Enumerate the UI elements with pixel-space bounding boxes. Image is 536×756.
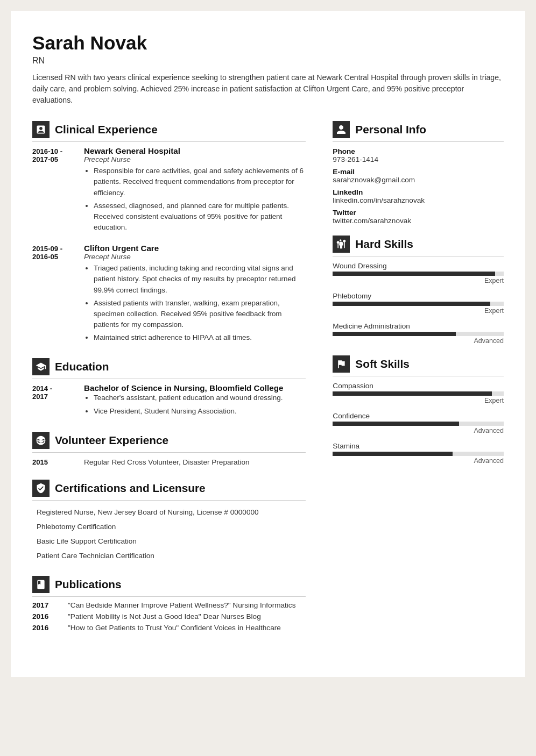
employer-2: Clifton Urgent Care (84, 244, 306, 253)
hard-skill-3-name: Medicine Administration (333, 322, 504, 330)
certifications-title: Certifications and Licensure (55, 482, 206, 495)
email-value: sarahznovak@gmail.com (333, 176, 504, 184)
pub-date-1: 2017 (32, 601, 59, 609)
phone-label: Phone (333, 147, 504, 155)
pub-entry-3: 2016 "How to Get Patients to Trust You" … (32, 624, 306, 632)
volunteer-entry-1-content: Regular Red Cross Volunteer, Disaster Pr… (84, 457, 306, 467)
pub-entry-2: 2016 "Patient Mobility is Not Just a Goo… (32, 612, 306, 621)
clinical-experience-section: Clinical Experience 2016-10 -2017-05 New… (32, 121, 306, 345)
cert-item-1: Registered Nurse, New Jersey Board of Nu… (37, 505, 306, 519)
hard-skills-section: Hard Skills Wound Dressing Expert Phlebo… (333, 236, 504, 345)
candidate-summary: Licensed RN with two years clinical expe… (32, 72, 504, 106)
education-entry-1-content: Bachelor of Science in Nursing, Bloomfie… (84, 383, 306, 418)
employer-1: Newark General Hospital (84, 146, 306, 155)
hard-skill-3-bar (333, 332, 504, 336)
hard-skills-header: Hard Skills (333, 236, 504, 256)
bullet: Maintained strict adherence to HIPAA at … (94, 332, 306, 343)
bullet: Responsible for care activities, goal an… (94, 166, 306, 198)
volunteer-entry-1: 2015 Regular Red Cross Volunteer, Disast… (32, 457, 306, 467)
hard-skill-2-name: Phlebotomy (333, 292, 504, 300)
soft-skills-section: Soft Skills Compassion Expert Confidence… (333, 355, 504, 465)
soft-skills-title: Soft Skills (355, 358, 410, 370)
pub-date-3: 2016 (32, 624, 59, 632)
soft-skill-2-level: Advanced (333, 427, 504, 434)
volunteer-entry-1-date: 2015 (32, 457, 75, 467)
volunteer-title: Volunteer Experience (55, 434, 168, 447)
bullet: Assisted patients with transfer, walking… (94, 298, 306, 330)
soft-skill-1-level: Expert (333, 397, 504, 404)
hard-skill-2-level: Expert (333, 307, 504, 315)
bullet: Triaged patients, including taking and r… (94, 263, 306, 295)
bullet: Teacher's assistant, patient education a… (94, 393, 306, 403)
education-entry-1-date: 2014 -2017 (32, 383, 75, 418)
publications-icon (32, 576, 50, 593)
pub-entry-1: 2017 "Can Bedside Manner Improve Patient… (32, 601, 306, 609)
personal-info-title: Personal Info (355, 123, 426, 136)
hard-skills-icon (333, 236, 350, 253)
hard-skill-2: Phlebotomy Expert (333, 292, 504, 315)
volunteer-icon (32, 432, 50, 449)
soft-skills-header: Soft Skills (333, 355, 504, 376)
clinical-experience-header: Clinical Experience (32, 121, 306, 142)
job-bullets-1: Responsible for care activities, goal an… (84, 166, 306, 233)
education-entry-1: 2014 -2017 Bachelor of Science in Nursin… (32, 383, 306, 418)
soft-skill-3: Stamina Advanced (333, 442, 504, 465)
personal-info-icon (333, 121, 350, 138)
soft-skill-2-bar (333, 422, 504, 426)
personal-info-section: Personal Info Phone 973-261-1414 E-mail … (333, 121, 504, 225)
soft-skills-icon (333, 355, 350, 373)
twitter-label: Twitter (333, 209, 504, 217)
soft-skill-2-fill (333, 422, 459, 426)
publications-section: Publications 2017 "Can Bedside Manner Im… (32, 576, 306, 632)
job-title-1: Precept Nurse (84, 155, 306, 163)
hard-skill-2-fill (333, 302, 490, 306)
clinical-entry-2-content: Clifton Urgent Care Precept Nurse Triage… (84, 244, 306, 345)
hard-skill-1-level: Expert (333, 277, 504, 284)
soft-skill-2: Confidence Advanced (333, 412, 504, 434)
cert-item-4: Patient Care Technician Certification (37, 548, 306, 563)
hard-skill-1-name: Wound Dressing (333, 262, 504, 270)
soft-skill-1-name: Compassion (333, 382, 504, 390)
clinical-entry-1-date: 2016-10 -2017-05 (32, 146, 75, 235)
clinical-entry-2-date: 2015-09 -2016-05 (32, 244, 75, 345)
certifications-header: Certifications and Licensure (32, 480, 306, 501)
candidate-name: Sarah Novak (32, 32, 504, 54)
linkedin-value: linkedin.com/in/sarahznovak (333, 196, 504, 204)
cert-item-3: Basic Life Support Certification (37, 534, 306, 548)
personal-info-fields: Phone 973-261-1414 E-mail sarahznovak@gm… (333, 147, 504, 225)
soft-skill-1: Compassion Expert (333, 382, 504, 404)
bullet: Vice President, Student Nursing Associat… (94, 406, 306, 417)
education-bullets-1: Teacher's assistant, patient education a… (84, 393, 306, 416)
email-label: E-mail (333, 168, 504, 176)
hard-skill-2-bar (333, 302, 504, 306)
pub-text-2: "Patient Mobility is Not Just a Good Ide… (68, 612, 261, 621)
soft-skill-3-bar (333, 452, 504, 456)
soft-skill-1-bar (333, 391, 504, 396)
clinical-entry-1-content: Newark General Hospital Precept Nurse Re… (84, 146, 306, 235)
publications-title: Publications (55, 578, 122, 591)
volunteer-section: Volunteer Experience 2015 Regular Red Cr… (32, 432, 306, 467)
degree-1: Bachelor of Science in Nursing, Bloomfie… (84, 383, 306, 393)
clinical-experience-icon (32, 121, 50, 138)
bullet: Assessed, diagnosed, and planned care fo… (94, 201, 306, 233)
job-title-2: Precept Nurse (84, 253, 306, 261)
hard-skills-title: Hard Skills (355, 238, 413, 251)
pub-date-2: 2016 (32, 612, 59, 621)
pub-text-1: "Can Bedside Manner Improve Patient Well… (68, 601, 295, 609)
education-header: Education (32, 358, 306, 379)
pub-text-3: "How to Get Patients to Trust You" Confi… (68, 624, 281, 632)
header: Sarah Novak RN Licensed RN with two year… (32, 32, 504, 106)
volunteer-description: Regular Red Cross Volunteer, Disaster Pr… (84, 458, 250, 466)
soft-skill-3-fill (333, 452, 452, 456)
certifications-section: Certifications and Licensure Registered … (32, 480, 306, 564)
hard-skill-1: Wound Dressing Expert (333, 262, 504, 284)
education-title: Education (55, 360, 109, 373)
certifications-icon (32, 480, 50, 497)
hard-skill-1-fill (333, 272, 495, 276)
job-bullets-2: Triaged patients, including taking and r… (84, 263, 306, 343)
certifications-list: Registered Nurse, New Jersey Board of Nu… (32, 505, 306, 564)
phone-value: 973-261-1414 (333, 155, 504, 163)
soft-skill-3-level: Advanced (333, 457, 504, 465)
candidate-title: RN (32, 56, 504, 66)
education-icon (32, 358, 50, 375)
